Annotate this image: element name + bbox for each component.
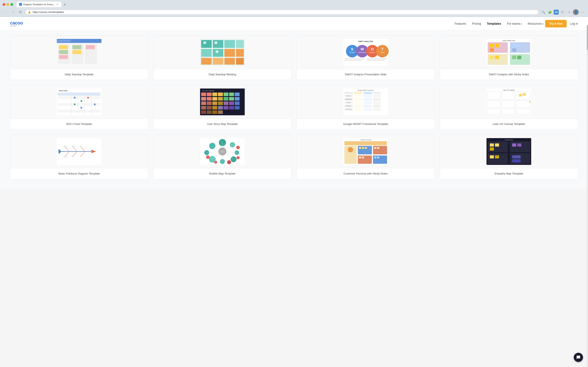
template-preview-swot-slide: SWOT ANALYSIS S W O T Strengths Weakness… <box>297 36 435 69</box>
svg-rect-65 <box>58 92 101 96</box>
lock-icon: 🔒 <box>28 11 31 14</box>
nav-item-pricing[interactable]: Pricing <box>472 22 481 25</box>
template-card-daily-standup[interactable]: Daily Standup Template <box>10 35 148 80</box>
try-it-free-button[interactable]: Try it free <box>545 20 567 27</box>
svg-point-191 <box>236 146 240 149</box>
svg-rect-224 <box>490 143 494 147</box>
nav-link-features[interactable]: Features <box>455 22 466 25</box>
svg-point-188 <box>214 161 217 164</box>
svg-text:RACI Chart: RACI Chart <box>59 90 68 92</box>
new-tab-button[interactable]: + <box>62 2 67 7</box>
reload-button[interactable]: ↻ <box>17 9 24 15</box>
svg-rect-25 <box>215 42 217 44</box>
template-preview-empathy-map: Empathy Map <box>440 135 578 168</box>
svg-rect-43 <box>367 58 387 59</box>
close-window-button[interactable] <box>2 3 5 6</box>
template-card-google-heart[interactable]: Google HEART Framework <box>297 85 435 130</box>
menu-icon-btn[interactable]: ⋯ <box>580 9 586 15</box>
svg-point-75 <box>74 97 76 99</box>
nav-item-features[interactable]: Features <box>455 22 466 25</box>
svg-rect-41 <box>344 58 365 59</box>
template-card-daily-standup-meeting[interactable]: Daily Standup Meeting <box>153 35 291 80</box>
nav-logo[interactable]: cacoo by nulab <box>10 20 23 27</box>
svg-text:Threats: Threats <box>380 52 385 53</box>
svg-rect-139 <box>364 108 372 111</box>
active-tab[interactable]: Diagram Templates for Every... ✕ <box>17 2 61 7</box>
scrollbar-thumb[interactable] <box>587 25 588 50</box>
nav-link-pricing[interactable]: Pricing <box>472 22 481 25</box>
svg-rect-12 <box>201 40 212 48</box>
svg-rect-214 <box>359 157 361 158</box>
svg-rect-153 <box>516 101 530 108</box>
svg-point-79 <box>74 104 76 105</box>
svg-rect-109 <box>229 106 234 109</box>
svg-rect-154 <box>488 109 501 115</box>
extensions-icon-btn[interactable]: 🧩 <box>547 9 553 15</box>
template-card-swot-sticky[interactable]: SWOT ANALYSIS <box>440 35 578 80</box>
nav-item-templates[interactable]: Templates <box>487 22 501 25</box>
template-label-swot-slide: SWOT Analysis Presentation Slide <box>297 69 435 80</box>
svg-rect-66 <box>58 96 101 99</box>
svg-point-78 <box>94 104 96 105</box>
nav-link-templates[interactable]: Templates <box>487 22 501 25</box>
template-card-empathy-map[interactable]: Empathy Map <box>440 134 578 179</box>
maximize-window-button[interactable] <box>10 3 13 6</box>
template-preview-swot-sticky: SWOT ANALYSIS <box>440 36 578 69</box>
nav-link-forteams[interactable]: For teams <box>507 22 522 25</box>
svg-rect-136 <box>373 105 381 108</box>
svg-rect-119 <box>364 92 372 94</box>
address-bar[interactable]: 🔒 https://cacoo.com/templates <box>25 10 539 15</box>
svg-rect-59 <box>512 56 516 59</box>
svg-rect-22 <box>224 58 235 65</box>
svg-rect-91 <box>207 97 212 101</box>
svg-point-77 <box>87 97 89 99</box>
svg-rect-124 <box>373 95 381 98</box>
minimize-window-button[interactable] <box>7 3 9 6</box>
svg-rect-69 <box>58 107 101 109</box>
nav-item-forteams[interactable]: For teams <box>507 22 522 25</box>
template-preview-raci: RACI Chart <box>10 85 148 119</box>
template-card-customer-persona[interactable]: Customer Persona <box>297 134 435 179</box>
back-button[interactable]: ← <box>2 9 8 15</box>
template-preview-google-heart: Google HEART Framework <box>297 85 435 119</box>
nav-links: Features Pricing Templates For teams Res… <box>455 22 543 25</box>
tab-title: Diagram Templates for Every... <box>23 3 55 6</box>
nav-link-resources[interactable]: Resources <box>528 22 543 25</box>
template-card-user-story[interactable]: User Story Mapping <box>153 85 291 130</box>
svg-point-190 <box>236 156 239 159</box>
login-link[interactable]: Log in <box>570 22 578 25</box>
svg-rect-152 <box>502 101 515 108</box>
svg-rect-55 <box>517 44 521 47</box>
user-profile-button[interactable]: 👤 <box>573 9 579 15</box>
svg-rect-107 <box>218 106 223 109</box>
svg-rect-231 <box>512 155 521 158</box>
template-label-user-story: User Story Map Template <box>153 119 291 129</box>
profile-badge[interactable]: JH <box>554 10 559 15</box>
template-label-fishbone: Basic Fishbone Diagram Template <box>10 168 148 179</box>
template-card-lean-ux[interactable]: Lean UX Canvas <box>440 85 578 130</box>
svg-rect-232 <box>512 159 521 163</box>
svg-point-204 <box>348 147 353 152</box>
svg-rect-9 <box>72 50 81 54</box>
svg-rect-97 <box>201 101 206 105</box>
template-card-raci[interactable]: RACI Chart <box>10 85 148 130</box>
nav-item-resources[interactable]: Resources <box>528 22 543 25</box>
bookmark-icon-btn[interactable]: ☆ <box>566 9 572 15</box>
forward-button[interactable]: → <box>10 9 16 15</box>
svg-rect-123 <box>364 95 372 98</box>
template-card-fishbone[interactable]: Basic Fishbone Diagram Template <box>10 134 148 179</box>
svg-rect-85 <box>212 92 217 96</box>
template-card-bubble-map[interactable]: Bubble Map Template <box>153 134 291 179</box>
svg-rect-7 <box>59 55 68 59</box>
search-icon-btn[interactable]: 🔍 <box>540 9 546 15</box>
template-preview-customer-persona: Customer Persona <box>297 135 435 168</box>
svg-rect-99 <box>212 101 217 105</box>
svg-rect-216 <box>374 157 376 158</box>
template-card-swot-slide[interactable]: SWOT ANALYSIS S W O T Strengths Weakness… <box>297 35 435 80</box>
shield-icon-btn[interactable]: 🛡 <box>560 9 565 15</box>
address-url: https://cacoo.com/templates <box>33 11 536 14</box>
tab-close-button[interactable]: ✕ <box>56 3 59 6</box>
template-label-daily-standup-meeting: Daily Standup Meeting <box>153 69 291 80</box>
svg-rect-114 <box>218 110 223 114</box>
svg-rect-215 <box>362 157 364 158</box>
